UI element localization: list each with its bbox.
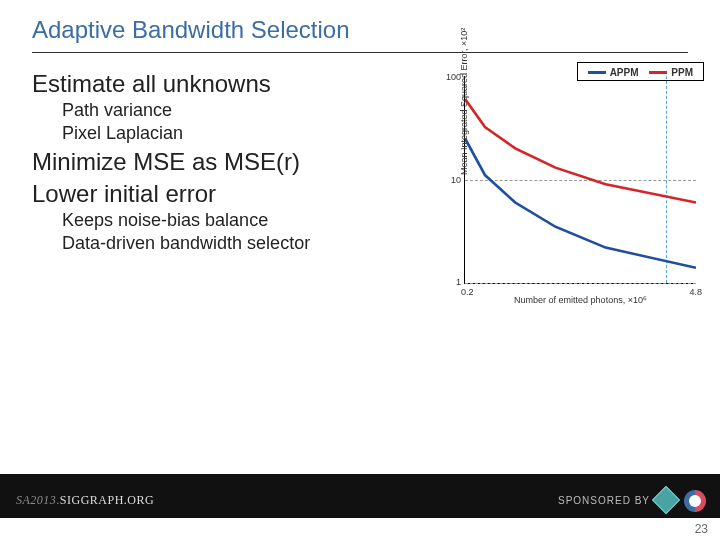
legend-swatch-ppm <box>649 71 667 74</box>
y-tick-100: 100 <box>439 72 461 82</box>
bullet-3a: Keeps noise-bias balance <box>62 210 310 231</box>
sponsor-swirl-icon <box>684 490 706 512</box>
footer-sa: SA2013 <box>16 493 56 507</box>
footer-url: SA2013.SIGGRAPH.ORG <box>16 493 154 508</box>
x-axis-label: Number of emitted photons, ×10⁶ <box>465 295 696 305</box>
mse-chart: APPM PPM Mean Integrated Squared Error, … <box>434 66 702 312</box>
bullet-2: Minimize MSE as MSE(r) <box>32 148 310 176</box>
bullet-3: Lower initial error <box>32 180 310 208</box>
y-tick-10: 10 <box>439 175 461 185</box>
bullet-3b: Data-driven bandwidth selector <box>62 233 310 254</box>
bullet-1b: Pixel Laplacian <box>62 123 310 144</box>
x-tick-min: 0.2 <box>461 287 474 297</box>
footer-sig: SIGGRAPH.ORG <box>60 493 154 507</box>
x-tick-max: 4.8 <box>689 287 702 297</box>
footer-sponsored: SPONSORED BY <box>558 495 650 506</box>
y-tick-1: 1 <box>439 277 461 287</box>
legend-swatch-appm <box>588 71 606 74</box>
series-appm-line <box>465 138 696 268</box>
bullet-1: Estimate all unknowns <box>32 70 310 98</box>
gridline-1 <box>465 283 696 284</box>
chart-lines <box>465 76 696 283</box>
slide-title: Adaptive Bandwidth Selection <box>32 16 350 44</box>
bullet-1a: Path variance <box>62 100 310 121</box>
title-divider <box>32 52 688 53</box>
chart-axes: Mean Integrated Squared Error, ×10² Numb… <box>464 76 696 284</box>
page-number: 23 <box>695 522 708 536</box>
content-block: Estimate all unknowns Path variance Pixe… <box>32 66 310 256</box>
